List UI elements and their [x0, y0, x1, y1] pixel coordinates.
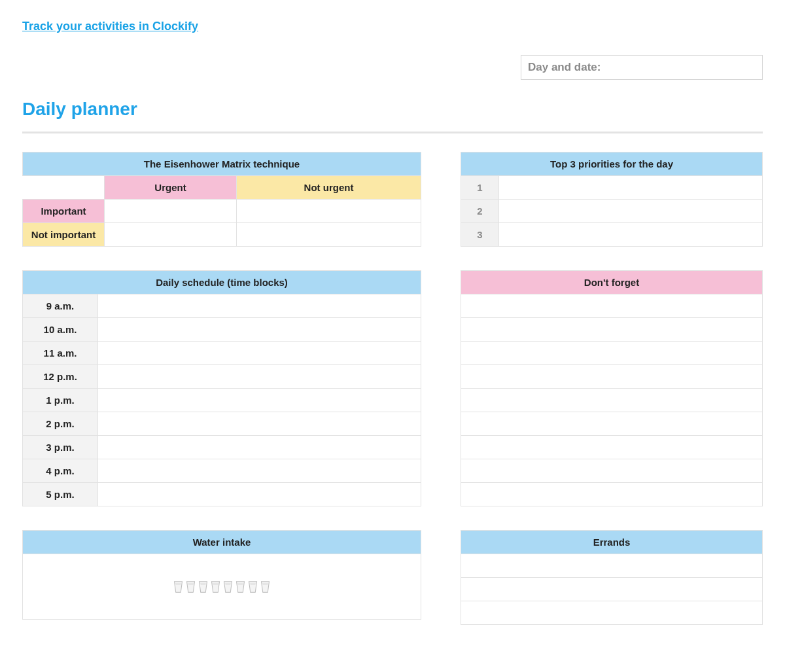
priority-input[interactable] — [499, 200, 763, 223]
water-cup-icon[interactable] — [173, 580, 183, 593]
water-cup-icon[interactable] — [223, 580, 233, 593]
schedule-time-label: 11 a.m. — [23, 342, 98, 365]
schedule-time-label: 9 a.m. — [23, 294, 98, 318]
priority-input[interactable] — [499, 223, 763, 247]
schedule-input[interactable] — [98, 459, 421, 483]
schedule-time-label: 2 p.m. — [23, 412, 98, 436]
schedule-input[interactable] — [98, 294, 421, 318]
water-cup-icon[interactable] — [260, 580, 270, 593]
schedule-input[interactable] — [98, 318, 421, 342]
track-activities-link[interactable]: Track your activities in Clockify — [22, 20, 198, 33]
matrix-row-important: Important — [23, 200, 105, 223]
schedule-time-label: 1 p.m. — [23, 389, 98, 412]
errand-input[interactable] — [461, 601, 763, 625]
dont-forget-input[interactable] — [461, 483, 763, 506]
day-date-input[interactable]: Day and date: — [521, 55, 763, 80]
matrix-cell[interactable] — [105, 200, 237, 223]
dont-forget-input[interactable] — [461, 342, 763, 365]
water-header: Water intake — [23, 531, 421, 554]
errand-input[interactable] — [461, 578, 763, 601]
matrix-cell[interactable] — [236, 223, 421, 247]
priorities-table: Top 3 priorities for the day 123 — [461, 152, 763, 247]
water-cup-icon[interactable] — [211, 580, 220, 593]
schedule-time-label: 4 p.m. — [23, 459, 98, 483]
schedule-input[interactable] — [98, 389, 421, 412]
page-title: Daily planner — [22, 99, 763, 120]
dont-forget-input[interactable] — [461, 436, 763, 459]
water-cup-icon[interactable] — [186, 580, 196, 593]
dont-forget-input[interactable] — [461, 412, 763, 436]
dont-forget-input[interactable] — [461, 459, 763, 483]
schedule-time-label: 10 a.m. — [23, 318, 98, 342]
eisenhower-matrix: The Eisenhower Matrix technique Urgent N… — [22, 152, 421, 247]
water-cups-cell[interactable] — [23, 554, 421, 620]
dont-forget-table: Don't forget — [461, 270, 763, 506]
priority-number: 2 — [461, 200, 499, 223]
matrix-col-urgent: Urgent — [105, 176, 237, 200]
schedule-input[interactable] — [98, 365, 421, 389]
schedule-time-label: 3 p.m. — [23, 436, 98, 459]
schedule-header: Daily schedule (time blocks) — [23, 271, 421, 294]
water-cup-icon[interactable] — [248, 580, 258, 593]
water-cup-icon[interactable] — [198, 580, 208, 593]
water-intake-table: Water intake — [22, 530, 421, 620]
matrix-col-not-urgent: Not urgent — [236, 176, 421, 200]
divider — [22, 132, 763, 133]
schedule-input[interactable] — [98, 483, 421, 506]
matrix-header: The Eisenhower Matrix technique — [23, 152, 421, 176]
priority-number: 1 — [461, 176, 499, 200]
dont-forget-input[interactable] — [461, 365, 763, 389]
priorities-header: Top 3 priorities for the day — [461, 152, 763, 176]
matrix-cell[interactable] — [105, 223, 237, 247]
priority-input[interactable] — [499, 176, 763, 200]
schedule-input[interactable] — [98, 412, 421, 436]
schedule-time-label: 5 p.m. — [23, 483, 98, 506]
dont-forget-header: Don't forget — [461, 271, 763, 294]
schedule-time-label: 12 p.m. — [23, 365, 98, 389]
dont-forget-input[interactable] — [461, 389, 763, 412]
priority-number: 3 — [461, 223, 499, 247]
water-cup-icon[interactable] — [236, 580, 245, 593]
errands-table: Errands — [461, 530, 763, 625]
matrix-cell[interactable] — [236, 200, 421, 223]
errands-header: Errands — [461, 531, 763, 554]
schedule-input[interactable] — [98, 436, 421, 459]
dont-forget-input[interactable] — [461, 318, 763, 342]
dont-forget-input[interactable] — [461, 294, 763, 318]
schedule-table: Daily schedule (time blocks) 9 a.m.10 a.… — [22, 270, 421, 506]
matrix-row-not-important: Not important — [23, 223, 105, 247]
errand-input[interactable] — [461, 554, 763, 578]
schedule-input[interactable] — [98, 342, 421, 365]
